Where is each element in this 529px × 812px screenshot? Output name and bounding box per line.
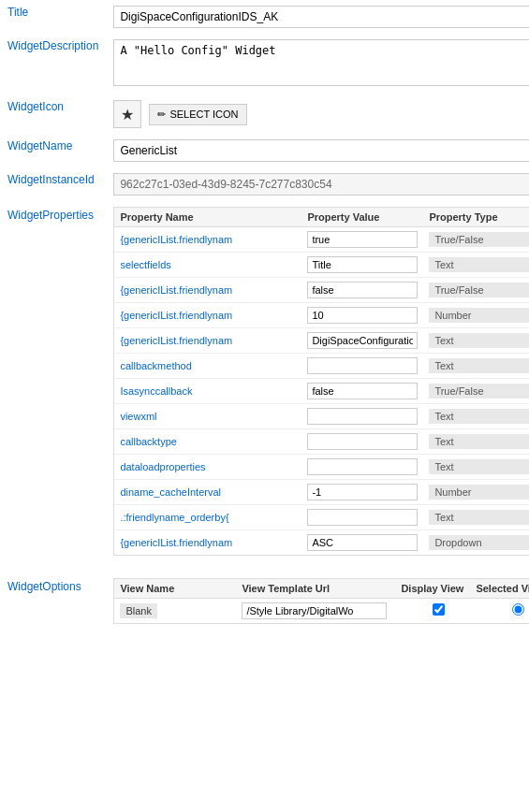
wo-selected-radio-0[interactable]	[512, 603, 524, 616]
table-row: {genericIList.friendlynam Text	[114, 328, 529, 354]
prop-value-11[interactable]	[307, 509, 418, 526]
prop-type-7: Text	[429, 409, 529, 424]
wp-header-value: Property Value	[307, 211, 429, 223]
widget-properties-label: WidgetProperties	[0, 201, 106, 561]
prop-value-10[interactable]	[307, 484, 418, 500]
wo-display-checkbox-0[interactable]	[433, 603, 445, 616]
widget-icon-label: WidgetIcon	[0, 94, 106, 134]
title-input[interactable]	[113, 6, 529, 28]
prop-name-1: selectfields	[120, 259, 307, 270]
prop-type-0: True/False	[429, 232, 529, 247]
table-row: {genericIList.friendlynam Number	[114, 303, 529, 328]
prop-type-10: Number	[429, 485, 529, 500]
prop-value-1[interactable]	[307, 256, 418, 273]
prop-name-5: callbackmethod	[120, 360, 307, 371]
list-item: Blank	[114, 599, 529, 623]
wo-header-display-view: Display View	[401, 583, 476, 594]
table-row: {genericIList.friendlynam ASC DESC Dropd…	[114, 530, 529, 555]
prop-type-11: Text	[429, 510, 529, 525]
wo-header-view-url: View Template Url	[242, 583, 401, 594]
prop-value-9[interactable]	[307, 458, 418, 475]
table-row: {genericIList.friendlynam True/False	[114, 227, 529, 253]
prop-name-12: {genericIList.friendlynam	[120, 537, 307, 548]
prop-value-5[interactable]	[307, 357, 418, 374]
wp-header-name: Property Name	[120, 211, 307, 223]
widget-instance-id-label: WidgetInstanceId	[0, 167, 106, 201]
prop-type-1: Text	[429, 257, 529, 272]
table-row: callbackmethod Text	[114, 354, 529, 379]
prop-value-6[interactable]	[307, 383, 418, 399]
widget-options-label: WidgetOptions	[0, 573, 106, 630]
widget-instance-id-value: 962c27c1-03ed-43d9-8245-7c277c830c54	[113, 173, 529, 196]
pencil-icon	[157, 109, 166, 121]
table-row: .:friendlyname_orderby{ Text	[114, 505, 529, 530]
select-icon-button[interactable]: SELECT ICON	[149, 104, 246, 125]
wo-view-url-0[interactable]	[242, 602, 387, 619]
prop-type-4: Text	[429, 333, 529, 348]
prop-name-10: diname_cacheInterval	[120, 486, 307, 498]
prop-type-8: Text	[429, 434, 529, 449]
prop-type-9: Text	[429, 459, 529, 474]
prop-name-8: callbacktype	[120, 436, 307, 447]
table-row: Isasynccallback True/False	[114, 379, 529, 404]
table-row: dataloadproperties Text	[114, 455, 529, 480]
prop-type-2: True/False	[429, 283, 529, 297]
title-label: Title	[0, 0, 106, 34]
table-row: diname_cacheInterval Number	[114, 480, 529, 505]
prop-name-0: {genericIList.friendlynam	[120, 234, 307, 245]
prop-dropdown-12[interactable]: ASC DESC	[307, 534, 418, 551]
wo-view-name-0: Blank	[120, 603, 157, 618]
prop-dropdown-wrapper-12: ASC DESC	[307, 534, 418, 551]
widget-description-label: WidgetDescription	[0, 34, 106, 94]
select-icon-label: SELECT ICON	[169, 109, 238, 120]
prop-value-4[interactable]	[307, 332, 418, 349]
prop-value-3[interactable]	[307, 307, 418, 324]
prop-value-8[interactable]	[307, 433, 418, 450]
widget-icon-star: ★	[113, 100, 141, 128]
prop-value-0[interactable]	[307, 231, 418, 248]
prop-type-5: Text	[429, 358, 529, 373]
widget-options-table: View Name View Template Url Display View…	[113, 578, 529, 624]
prop-type-6: True/False	[429, 384, 529, 399]
table-row: {genericIList.friendlynam True/False	[114, 278, 529, 303]
prop-name-11: .:friendlyname_orderby{	[120, 512, 307, 523]
prop-name-7: viewxml	[120, 411, 307, 422]
prop-name-4: {genericIList.friendlynam	[120, 335, 307, 346]
widget-name-select-wrapper: GenericList ▼	[113, 139, 529, 162]
table-row: viewxml Text	[114, 404, 529, 429]
prop-type-12: Dropdown	[429, 535, 529, 550]
prop-name-2: {genericIList.friendlynam	[120, 284, 307, 296]
widget-name-select[interactable]: GenericList	[113, 139, 529, 162]
prop-name-6: Isasynccallback	[120, 385, 307, 397]
prop-type-3: Number	[429, 308, 529, 323]
wp-header-type: Property Type	[429, 211, 529, 223]
widget-name-label: WidgetName	[0, 134, 106, 167]
wo-header-view-name: View Name	[120, 583, 242, 594]
prop-value-2[interactable]	[307, 282, 418, 298]
wo-header-selected-view: Selected View	[476, 583, 529, 594]
table-row: callbacktype Text	[114, 429, 529, 455]
prop-name-9: dataloadproperties	[120, 461, 307, 472]
widget-properties-table: Property Name Property Value Property Ty…	[113, 207, 529, 556]
prop-value-7[interactable]	[307, 408, 418, 425]
table-row: selectfields Text	[114, 253, 529, 278]
prop-name-3: {genericIList.friendlynam	[120, 310, 307, 321]
widget-description-input[interactable]: A "Hello Config" Widget	[113, 39, 529, 86]
